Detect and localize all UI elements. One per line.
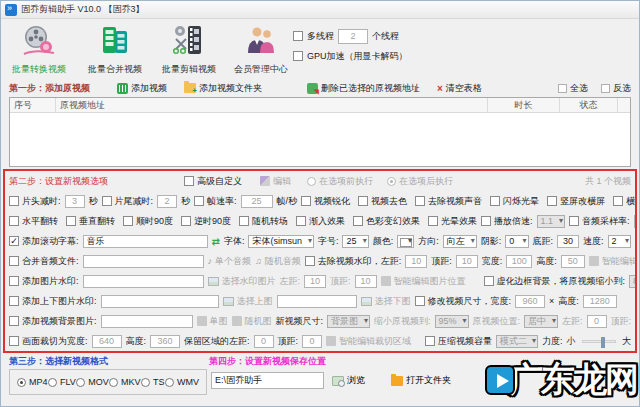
advanced-custom-checkbox[interactable] (184, 176, 194, 186)
option-checkbox-item[interactable]: 横屏改竖屏 (613, 195, 635, 208)
resize-height-input[interactable] (583, 295, 617, 308)
thread-count-input[interactable] (338, 29, 368, 44)
compress-mode-select[interactable]: 模式二 (496, 335, 538, 348)
topbottom-watermark-option[interactable]: 添加上下图片水印: (9, 295, 97, 308)
col-status[interactable]: 状态 (560, 98, 618, 112)
option-checkbox[interactable] (123, 216, 133, 226)
fps-input[interactable] (241, 195, 273, 208)
option-checkbox[interactable] (239, 216, 249, 226)
gpu-checkbox[interactable] (293, 51, 303, 61)
new-size-select[interactable]: 背景图 (327, 315, 370, 328)
advanced-custom-option[interactable]: 高级自定义 (184, 175, 242, 188)
bg-image-input[interactable] (101, 315, 193, 328)
edit-button[interactable]: 编辑 (260, 175, 291, 188)
option-checkbox-item[interactable]: 去除视频声音 (415, 195, 482, 208)
invert-select-button[interactable]: 反选 (601, 82, 631, 95)
resize-video-checkbox[interactable] (415, 296, 425, 306)
direction-select[interactable]: 向左 (443, 235, 477, 248)
format-flv-radio[interactable]: FLV (48, 377, 76, 387)
format-ts-circle[interactable] (141, 378, 150, 387)
blur-border-checkbox[interactable] (484, 276, 494, 286)
wm-width-input[interactable] (506, 255, 532, 268)
wm-left-input[interactable] (405, 255, 427, 268)
subtitle-text-input[interactable] (83, 235, 208, 248)
font-size-select[interactable]: 25 (342, 235, 368, 248)
option-checkbox[interactable] (9, 216, 19, 226)
random-audio-button[interactable]: ♫ 随机音频 (255, 255, 301, 268)
single-image-button[interactable]: 单图 (197, 315, 228, 328)
bg-image-checkbox[interactable] (9, 316, 19, 326)
sample-rate-input[interactable] (634, 215, 635, 228)
head-trim-input[interactable] (65, 195, 85, 208)
browse-button[interactable]: 浏览 (332, 374, 365, 387)
format-mkv-radio[interactable]: MKV (109, 377, 141, 387)
option-checkbox[interactable] (490, 196, 500, 206)
select-all-button[interactable]: 全选 (558, 82, 588, 95)
image-watermark-checkbox[interactable] (9, 276, 19, 286)
topbottom-watermark-checkbox[interactable] (9, 296, 19, 306)
col-index[interactable]: 序号 (10, 98, 56, 112)
option-checkbox-item[interactable]: 随机转场 (239, 215, 288, 228)
top-image-input[interactable] (101, 295, 219, 308)
option-checkbox-item[interactable]: 渐入效果 (296, 215, 345, 228)
crop-checkbox[interactable] (9, 336, 19, 346)
sample-rate-checkbox[interactable] (569, 216, 579, 226)
smart-watermark-button[interactable]: 智能编辑水印位置 (589, 255, 635, 268)
scroll-speed-select[interactable]: 2 (608, 235, 631, 248)
wm-top-input[interactable] (456, 255, 478, 268)
select-bottom-image-button[interactable]: 选择下图 (361, 295, 411, 308)
clear-table-button[interactable]: × 清空表格 (437, 82, 482, 95)
scroll-subtitle-option[interactable]: ✓ 添加滚动字幕: (9, 235, 79, 248)
option-checkbox-item[interactable]: 视频去色 (358, 195, 407, 208)
tail-trim-option[interactable]: 片尾减时: (102, 195, 154, 208)
playback-speed-option[interactable]: 播放倍速: (481, 215, 533, 228)
merge-audio-input[interactable] (83, 255, 204, 268)
col-duration[interactable]: 时长 (488, 98, 560, 112)
option-checkbox-item[interactable]: 水平翻转 (9, 215, 58, 228)
bg-left-input[interactable] (587, 315, 607, 328)
option-checkbox[interactable] (428, 216, 438, 226)
add-video-button[interactable]: 添加视频 (117, 82, 167, 95)
batch-convert-button[interactable]: 批量转换视频 (1, 22, 77, 76)
delete-selected-button[interactable]: 删除已选择的原视频地址 (307, 82, 420, 95)
crop-width-input[interactable] (92, 335, 122, 348)
format-mp4-radio[interactable]: MP4 (17, 377, 48, 387)
option-checkbox[interactable] (415, 196, 425, 206)
keep-top-input[interactable] (302, 335, 322, 348)
remove-watermark-checkbox[interactable] (305, 256, 315, 266)
option-checkbox-item[interactable]: 垂直翻转 (66, 215, 115, 228)
member-center-button[interactable]: 会员管理中心 (223, 22, 299, 76)
option-checkbox[interactable] (181, 216, 191, 226)
option-checkbox-item[interactable]: 顺时90度 (123, 215, 173, 228)
merge-audio-checkbox[interactable] (9, 256, 19, 266)
crop-height-input[interactable] (150, 335, 180, 348)
color-picker[interactable] (397, 235, 414, 248)
shadow-select[interactable]: 0 (505, 235, 528, 248)
col-source-path[interactable]: 原视频地址 (56, 98, 488, 112)
smart-image-button[interactable]: 智能编辑图片位置 (381, 275, 466, 288)
resize-video-option[interactable]: 修改视频尺寸，宽度: (415, 295, 512, 308)
select-watermark-image-button[interactable]: 选择水印图片 (208, 275, 276, 288)
compress-checkbox[interactable] (425, 336, 435, 346)
batch-clip-button[interactable]: 批量剪辑视频 (151, 22, 227, 76)
exec-after-radio-circle[interactable] (387, 177, 396, 186)
wm-height-input[interactable] (561, 255, 585, 268)
playback-speed-checkbox[interactable] (481, 216, 491, 226)
bottom-margin-input[interactable] (557, 235, 579, 248)
exec-before-radio-circle[interactable] (307, 177, 316, 186)
option-checkbox[interactable] (547, 196, 557, 206)
option-checkbox[interactable] (296, 216, 306, 226)
format-mp4-circle[interactable] (17, 378, 26, 387)
font-select[interactable]: 宋体(simsun (248, 235, 314, 248)
resize-width-input[interactable] (515, 295, 545, 308)
option-checkbox[interactable] (613, 196, 623, 206)
option-checkbox[interactable] (358, 196, 368, 206)
option-checkbox[interactable] (353, 216, 363, 226)
add-video-folder-button[interactable]: 添加视频文件夹 (184, 82, 262, 95)
option-checkbox-item[interactable]: 闪烁光晕 (490, 195, 539, 208)
select-top-image-button[interactable]: 选择上图 (223, 295, 273, 308)
option-checkbox-item[interactable]: 逆时90度 (181, 215, 231, 228)
format-mov-radio[interactable]: MOV (76, 377, 109, 387)
image-watermark-option[interactable]: 添加图片水印: (9, 275, 79, 288)
random-image-button[interactable]: 随机图 (232, 315, 272, 328)
